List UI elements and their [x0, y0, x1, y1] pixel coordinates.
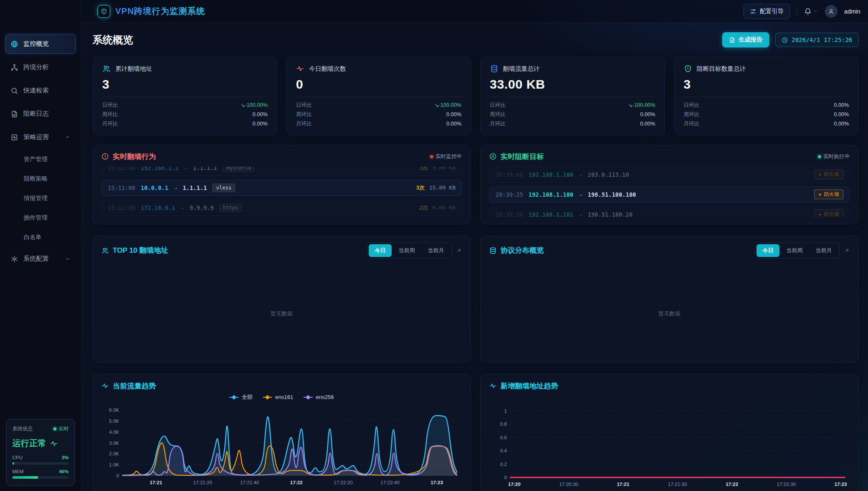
card-label: 翻墙流量总计 — [503, 65, 540, 73]
svg-text:17:22:30: 17:22:30 — [777, 482, 796, 487]
svg-text:17:21:20: 17:21:20 — [193, 480, 212, 485]
chart-title: 当前流量趋势 — [113, 381, 156, 391]
block-row[interactable]: 20:39:08 192.168.1.100 → 203.0.113.10 •防… — [489, 167, 850, 183]
avatar[interactable] — [825, 5, 837, 18]
config-guide-button[interactable]: 配置引导 — [743, 4, 790, 19]
card-label: 阻断目标数量总计 — [697, 65, 746, 73]
notifications-button[interactable] — [804, 8, 818, 15]
status-dot — [53, 427, 56, 430]
pulse-icon — [489, 382, 497, 390]
protocol-range-tabs: 今日 当前周 当前月 — [755, 243, 840, 259]
climb-row[interactable]: 15:13:00 192.168.1.1 → 1.1.1.1 Hysteria … — [101, 167, 462, 176]
legend-marker — [229, 395, 239, 399]
mem-meter: MEM46% — [12, 469, 69, 479]
tab-current-month[interactable]: 当前月 — [422, 244, 450, 257]
realtime-climb-list: 15:13:00 192.168.1.1 → 1.1.1.1 Hysteria … — [101, 167, 462, 218]
sidebar-item-label: 跨境分析 — [23, 63, 49, 71]
sidebar-item-system-config[interactable]: 系统配置 — [5, 249, 76, 269]
sidebar: 监控概览 跨境分析 快速检索 阻断日志 策略运营 资产管理 阻断策略 情报管理 — [0, 0, 81, 491]
realtime-climb-panel: 实时翻墙行为 实时监控中 15:13:00 192.168.1.1 → 1.1.… — [92, 145, 471, 224]
document-icon — [11, 110, 18, 118]
traffic-trend-chart: 01.0K2.0K3.0K4.0K5.0K6.0K17:2117:21:2017… — [101, 402, 462, 487]
svg-text:17:20:30: 17:20:30 — [559, 482, 578, 487]
external-link-icon[interactable] — [456, 248, 462, 254]
sliders-icon — [750, 8, 757, 15]
legend-item[interactable]: ens161 — [263, 394, 293, 400]
x-circle-icon — [489, 153, 497, 160]
sidebar-subitem-block-policy[interactable]: 阻断策略 — [5, 170, 76, 188]
generate-report-button[interactable]: 生成报告 — [722, 32, 769, 47]
card-value: 3 — [684, 77, 849, 92]
realtime-block-panel: 实时阻断目标 实时执行中 20:39:08 192.168.1.100 → 20… — [480, 145, 859, 224]
sidebar-subitem-plugin-mgmt[interactable]: 插件管理 — [5, 209, 76, 227]
sidebar-item-strategy-ops[interactable]: 策略运营 — [5, 127, 76, 147]
new-address-trend-panel: 新增翻墙地址趋势 00.20.40.60.8117:2017:20:3017:2… — [480, 374, 859, 491]
sidebar-item-quick-search[interactable]: 快速检索 — [5, 81, 76, 100]
tab-current-month[interactable]: 当前月 — [810, 244, 838, 257]
sidebar-subitem-whitelist[interactable]: 白名单 — [5, 229, 76, 246]
database-icon — [489, 247, 497, 254]
realtime-block-list: 20:39:08 192.168.1.100 → 203.0.113.10 •防… — [489, 167, 850, 218]
users-icon — [102, 64, 111, 73]
climb-row[interactable]: 15:11:00 10.0.0.1 → 1.1.1.1 vless 3次15.0… — [101, 180, 462, 196]
chart-legend: 全部ens161ens256 — [101, 393, 462, 401]
sidebar-item-label: 快速检索 — [23, 86, 49, 95]
top10-panel: TOP 10 翻墙地址 今日 当前周 当前月 暂无数据 — [92, 236, 471, 363]
system-status-title: 系统状态 — [12, 425, 33, 432]
block-row[interactable]: 20:39:25 192.168.1.100 → 198.51.100.100 … — [489, 187, 850, 203]
protocol-tag: Hysteria — [223, 167, 255, 172]
activity-square-icon — [11, 134, 18, 141]
panel-title: TOP 10 翻墙地址 — [113, 246, 168, 255]
legend-item[interactable]: ens256 — [303, 394, 334, 400]
sidebar-item-label: 监控概览 — [23, 40, 49, 48]
mem-label: MEM — [12, 469, 24, 474]
trend-value: ↘-100.00% — [434, 101, 462, 110]
svg-text:5.0K: 5.0K — [109, 418, 119, 423]
panel-title: 协议分布概览 — [501, 246, 544, 255]
block-row[interactable]: 20:39:20 192.168.1.101 → 198.51.100.20 •… — [489, 206, 850, 218]
sidebar-item-block-logs[interactable]: 阻断日志 — [5, 104, 76, 124]
svg-text:2.0K: 2.0K — [109, 451, 119, 456]
trend-value: ↘-100.00% — [240, 101, 267, 110]
svg-text:17:21: 17:21 — [150, 480, 162, 485]
new-address-trend-chart: 00.20.40.60.8117:2017:20:3017:2117:21:30… — [489, 399, 850, 488]
external-link-icon[interactable] — [844, 248, 850, 254]
svg-text:17:22:40: 17:22:40 — [381, 480, 400, 485]
shield-icon — [100, 8, 107, 15]
system-status-panel: 系统状态 实时 运行正常 CPU3% MEM46% — [6, 419, 75, 486]
cpu-value: 3% — [61, 455, 69, 460]
protocol-tag: https — [219, 204, 242, 212]
climb-row[interactable]: 15:11:00 172.16.0.1 → 9.9.9.9 https 2次6.… — [101, 200, 462, 216]
arrow-right-icon: → — [579, 171, 582, 178]
sidebar-item-monitor-overview[interactable]: 监控概览 — [5, 34, 76, 54]
users-icon — [101, 247, 109, 254]
legend-marker — [303, 395, 313, 399]
arrow-right-icon: → — [184, 167, 187, 171]
tab-current-week[interactable]: 当前周 — [392, 244, 421, 257]
sidebar-subitem-intel-mgmt[interactable]: 情报管理 — [5, 190, 76, 207]
svg-text:1: 1 — [504, 408, 507, 413]
stat-card-total-addresses: 累计翻墙地址 3 日环比↘-100.00% 周环比0.00% 月环比0.00% — [92, 57, 277, 135]
monitoring-badge: 实时监控中 — [430, 153, 462, 160]
top10-range-tabs: 今日 当前周 当前月 — [367, 243, 452, 259]
divider — [797, 7, 797, 16]
tab-current-week[interactable]: 当前周 — [780, 244, 809, 257]
svg-text:0.8: 0.8 — [500, 421, 507, 427]
svg-text:17:21:30: 17:21:30 — [668, 482, 687, 487]
cpu-track — [12, 462, 69, 465]
cpu-meter: CPU3% — [12, 455, 69, 465]
sidebar-subitem-asset-mgmt[interactable]: 资产管理 — [5, 151, 76, 168]
cpu-fill — [12, 462, 14, 465]
legend-item[interactable]: 全部 — [229, 393, 253, 401]
realtime-badge: 实时 — [53, 425, 69, 432]
svg-text:17:21: 17:21 — [617, 482, 629, 487]
chart-row: 当前流量趋势 全部ens161ens256 01.0K2.0K3.0K4.0K5… — [92, 374, 859, 491]
svg-text:0: 0 — [504, 475, 507, 480]
arrow-right-icon: → — [174, 184, 177, 191]
tab-today[interactable]: 今日 — [369, 244, 392, 257]
arrow-right-icon: → — [579, 191, 582, 198]
svg-text:0.2: 0.2 — [500, 461, 507, 466]
tab-today[interactable]: 今日 — [757, 244, 779, 257]
app-title: VPN跨境行为监测系统 — [115, 6, 205, 17]
sidebar-item-crossborder-analysis[interactable]: 跨境分析 — [5, 57, 76, 77]
